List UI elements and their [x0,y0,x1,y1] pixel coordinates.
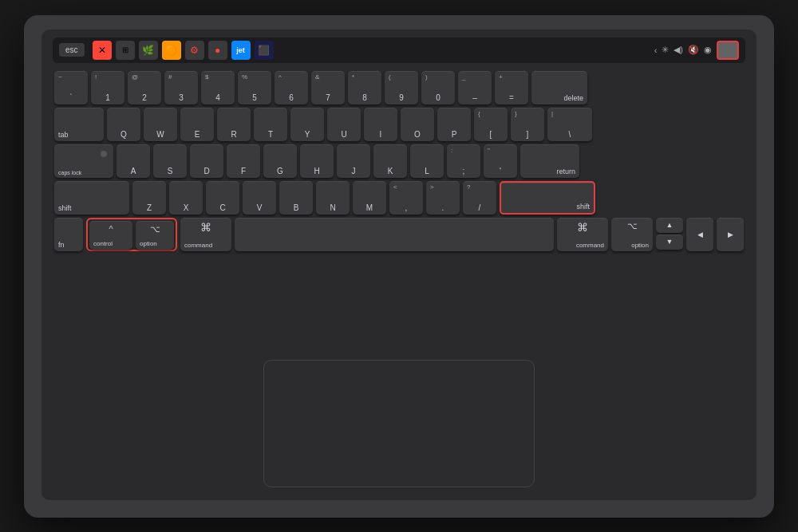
zxcv-row: shift Z X C V B N M <, >. ?/ shift [54,181,744,215]
key-arrow-right[interactable]: ▶ [717,218,744,251]
tb-app2-icon[interactable]: 🌿 [139,41,158,60]
touch-bar-controls: ‹ ✳ ◀) 🔇 ◉ [654,41,739,60]
key-i[interactable]: I [364,108,397,141]
key-arrow-left[interactable]: ◀ [686,218,713,251]
key-x[interactable]: X [169,181,203,215]
key-a[interactable]: A [117,144,150,178]
key-comma[interactable]: <, [389,181,423,215]
control-option-group: ^ control ⌥ option [86,218,177,251]
number-row: ~ ` !1 @2 #3 $4 %5 ^6 &7 *8 (9 )0 _– += … [54,71,744,104]
key-u[interactable]: U [327,108,361,141]
key-0[interactable]: )0 [421,71,455,104]
key-period[interactable]: >. [426,181,460,215]
key-quote[interactable]: "' [484,144,517,178]
key-d[interactable]: D [190,144,223,178]
key-p[interactable]: P [437,108,471,141]
key-backslash[interactable]: |\ [547,108,592,141]
key-arrow-up[interactable]: ▲ [656,218,683,233]
key-shift-left[interactable]: shift [54,181,129,215]
tb-mute-icon[interactable]: 🔇 [688,45,699,55]
key-return[interactable]: return [520,144,579,178]
key-5[interactable]: %5 [238,71,271,104]
key-bracket-r[interactable]: }] [511,108,544,141]
key-7[interactable]: &7 [311,71,345,104]
key-c[interactable]: C [206,181,239,215]
key-tab[interactable]: tab [54,108,104,141]
key-q[interactable]: Q [107,108,140,141]
key-8[interactable]: *8 [348,71,381,104]
key-slash[interactable]: ?/ [463,181,496,215]
key-delete[interactable]: delete [531,71,587,104]
key-y[interactable]: Y [290,108,324,141]
key-bracket-l[interactable]: {[ [474,108,508,141]
qwerty-row: tab Q W E R T Y U I O P {[ }] |\ [54,108,744,141]
key-9[interactable]: (9 [385,71,418,104]
key-h[interactable]: H [300,144,334,178]
key-k[interactable]: K [373,144,407,178]
key-shift-right[interactable]: shift [500,181,595,215]
tb-app1-icon[interactable]: ⊞ [116,41,135,60]
key-option-left[interactable]: ⌥ option [136,221,174,250]
tb-back-icon[interactable]: ‹ [654,45,658,55]
key-w[interactable]: W [144,108,177,141]
key-minus[interactable]: _– [458,71,492,104]
key-2[interactable]: @2 [128,71,161,104]
key-6[interactable]: ^6 [275,71,308,104]
key-f[interactable]: F [227,144,260,178]
arrow-up-down-group: ▲ ▼ [656,218,683,251]
asdf-row: caps lock A S D F G H J K L :; "' return [54,144,744,178]
esc-key[interactable]: esc [59,43,85,57]
tb-siri-icon[interactable]: ◉ [704,45,712,55]
touch-bar-apps: ✕ ⊞ 🌿 🟠 ⚙ ● jet ⬛ [93,41,650,60]
keyboard: ~ ` !1 @2 #3 $4 %5 ^6 &7 *8 (9 )0 _– += … [53,68,745,349]
key-command-right[interactable]: ⌘ command [557,218,608,251]
key-n[interactable]: N [316,181,350,215]
tb-app4-icon[interactable]: ⚙ [185,41,204,60]
key-s[interactable]: S [153,144,187,178]
trackpad[interactable] [263,360,535,487]
key-g[interactable]: G [263,144,297,178]
key-t[interactable]: T [254,108,287,141]
tb-app5-icon[interactable]: ● [208,41,227,60]
key-3[interactable]: #3 [164,71,198,104]
touch-bar: esc ✕ ⊞ 🌿 🟠 ⚙ ● jet ⬛ ‹ ✳ ◀) 🔇 ◉ [53,37,745,63]
key-equals[interactable]: += [495,71,528,104]
key-arrow-down[interactable]: ▼ [656,234,683,250]
key-backtick[interactable]: ~ ` [54,71,88,104]
tb-app3-icon[interactable]: 🟠 [162,41,181,60]
key-1[interactable]: !1 [91,71,124,104]
key-m[interactable]: M [353,181,386,215]
tb-app7-icon[interactable]: ⬛ [255,41,274,60]
laptop: esc ✕ ⊞ 🌿 🟠 ⚙ ● jet ⬛ ‹ ✳ ◀) 🔇 ◉ [24,15,774,518]
key-4[interactable]: $4 [201,71,235,104]
key-z[interactable]: Z [132,181,166,215]
bottom-row: fn ^ control ⌥ option ⌘ command [54,218,744,251]
tb-brightness-icon[interactable]: ✳ [662,45,669,55]
key-fn[interactable]: fn [54,218,83,251]
key-l[interactable]: L [410,144,444,178]
key-v[interactable]: V [243,181,276,215]
key-b[interactable]: B [279,181,313,215]
key-semicolon[interactable]: :; [447,144,480,178]
key-e[interactable]: E [180,108,214,141]
tb-volume-icon[interactable]: ◀) [674,45,683,55]
key-capslock[interactable]: caps lock [54,144,113,178]
key-o[interactable]: O [401,108,434,141]
tb-close-icon[interactable]: ✕ [93,41,112,60]
laptop-inner: esc ✕ ⊞ 🌿 🟠 ⚙ ● jet ⬛ ‹ ✳ ◀) 🔇 ◉ [41,30,757,500]
key-r[interactable]: R [217,108,251,141]
key-control[interactable]: ^ control [89,221,132,250]
power-button[interactable] [717,41,739,60]
key-command-left[interactable]: ⌘ command [180,218,231,251]
tb-app6-icon[interactable]: jet [231,41,251,60]
key-space[interactable] [235,218,554,251]
key-j[interactable]: J [337,144,370,178]
key-option-right[interactable]: ⌥ option [611,218,653,251]
